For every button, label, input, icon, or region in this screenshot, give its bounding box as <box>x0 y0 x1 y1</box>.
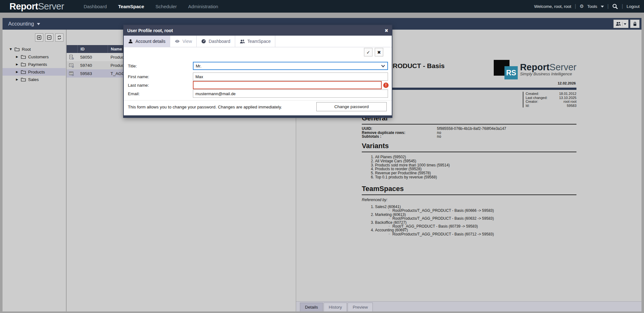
tree-node-customers[interactable]: ▶ Customers <box>3 53 66 61</box>
collapse-all-button[interactable] <box>45 33 53 42</box>
dialog-titlebar[interactable]: User Profile root, root ✖ <box>124 25 392 36</box>
teamspace-ref: Root/Products/T_AGG_PRODUCT - Basis (606… <box>392 217 494 220</box>
kv-label: UUID: <box>362 127 437 131</box>
teamspace-selector[interactable]: Accounting <box>8 21 40 27</box>
divider <box>622 22 623 26</box>
expand-all-button[interactable] <box>35 33 43 42</box>
tree-toolbar <box>35 33 63 42</box>
title-select[interactable]: Mr. <box>193 62 388 70</box>
nav-item-administration[interactable]: Administration <box>188 4 218 9</box>
divider: | <box>622 3 623 9</box>
email-field[interactable] <box>193 90 388 98</box>
app-logo: ReportServer <box>9 1 64 12</box>
teamspace-header-buttons <box>613 20 640 28</box>
folder-icon <box>15 47 20 51</box>
variant-item: Top 0.1 products by revenue (59568) <box>375 175 576 179</box>
top-navbar: ReportServer Dashboard TeamSpace Schedul… <box>0 0 644 13</box>
report-info-box: Created:18.01.2012 Last changed:13.10.20… <box>523 92 576 107</box>
tree-collapsed-icon[interactable]: ▶ <box>15 78 20 81</box>
nav-item-scheduler[interactable]: Scheduler <box>156 4 177 9</box>
user-icon <box>128 39 133 44</box>
dashboard-icon <box>201 39 206 44</box>
tab-preview[interactable]: Preview <box>348 303 373 311</box>
folder-icon <box>21 62 26 67</box>
navbar-right: Welcome, root, root | ⚙ Tools | | Logout <box>534 3 640 9</box>
user-profile-dialog: User Profile root, root ✖ Account detail… <box>123 25 392 118</box>
dialog-tabbar: Account details View Dashboard <box>124 36 392 47</box>
teamspace-ref-item: Sales2 (60641) ◦Root/Products/T_AGG_PROD… <box>375 205 576 213</box>
logout-link[interactable]: Logout <box>627 4 640 9</box>
tree-expanded-icon[interactable]: ▼ <box>8 48 13 51</box>
info-value: 18.01.2012 <box>559 92 576 96</box>
apply-button[interactable]: ✓ <box>364 48 373 56</box>
teamspace-ref-item: Accounting (60697) ◦Root/Products/T_AGG_… <box>375 228 576 236</box>
cell-id: 59583 <box>77 71 108 76</box>
tree-node-label: Root <box>22 47 31 52</box>
tab-label: TeamSpace <box>247 39 271 44</box>
first-name-field[interactable] <box>193 72 388 81</box>
tree-node-products[interactable]: ▶ Products <box>3 68 66 76</box>
chevron-down-icon[interactable] <box>601 6 604 9</box>
info-label: Created: <box>526 92 539 96</box>
lock-icon <box>632 21 637 26</box>
catalog-tree: ▼ Root ▶ Customers ▶ Payments ▶ Prod <box>3 45 66 83</box>
change-password-button[interactable]: Change password <box>316 102 387 111</box>
tab-history[interactable]: History <box>324 303 347 311</box>
id-column-header[interactable]: ID <box>77 45 108 53</box>
logo-text: ReportServer Simply Business Intelligenc… <box>520 62 576 76</box>
catalog-tree-panel: ▼ Root ▶ Customers ▶ Payments ▶ Prod <box>3 30 66 311</box>
folder-icon <box>21 70 26 74</box>
title-select-value: Mr. <box>196 64 201 68</box>
close-icon[interactable]: ✖ <box>385 28 388 33</box>
section-general: General UUID:5f985558-076b-4b1b-8af2-768… <box>362 114 576 139</box>
tab-dashboard[interactable]: Dashboard <box>197 36 235 47</box>
tab-label: Account details <box>135 39 165 44</box>
tree-node-payments[interactable]: ▶ Payments <box>3 61 66 68</box>
logo-tagline: Simply Business Intelligence <box>520 72 576 76</box>
collapse-all-icon <box>47 35 52 40</box>
tree-collapsed-icon[interactable]: ▶ <box>15 55 20 58</box>
tab-details[interactable]: Details <box>300 303 323 311</box>
tree-node-sales[interactable]: ▶ Sales <box>3 76 66 83</box>
tree-node-label: Sales <box>28 77 39 82</box>
nav-item-teamspace[interactable]: TeamSpace <box>118 4 144 9</box>
cancel-button[interactable]: ✖ <box>375 48 383 56</box>
chevron-down-icon <box>624 23 626 26</box>
section-heading: General <box>362 114 576 125</box>
tools-menu[interactable]: Tools <box>587 4 597 9</box>
folder-icon <box>21 55 26 59</box>
permissions-button[interactable] <box>630 20 640 28</box>
report-document: T_AGG_PRODUCT - Basis RS ReportServer Si… <box>362 30 576 301</box>
kv-value: no <box>437 135 441 139</box>
gear-icon: ⚙ <box>580 3 584 9</box>
reportserver-logo: RS ReportServer Simply Business Intellig… <box>494 60 576 79</box>
logo-light: Server <box>38 1 64 11</box>
info-label: Id: <box>526 104 529 108</box>
nav-item-dashboard[interactable]: Dashboard <box>84 4 107 9</box>
first-name-label: First name: <box>128 74 193 79</box>
tab-account-details[interactable]: Account details <box>124 36 170 47</box>
last-name-field[interactable] <box>193 81 382 89</box>
info-label: Last changed: <box>526 96 547 100</box>
report-date: 12.02.2026 <box>558 81 576 85</box>
logo-rs-square: RS <box>504 66 518 79</box>
logo-name-light: Server <box>550 62 576 72</box>
search-icon[interactable] <box>612 3 618 9</box>
tab-view[interactable]: View <box>170 36 197 47</box>
info-label: Creator: <box>526 100 538 104</box>
circle-bullet-icon: ◦ <box>388 232 390 236</box>
tree-collapsed-icon[interactable]: ▶ <box>15 70 20 73</box>
kv-value: 5f985558-076b-4b1b-8af2-768f04e3a147 <box>437 127 506 131</box>
users-icon <box>616 21 621 26</box>
tree-node-root[interactable]: ▼ Root <box>3 45 66 53</box>
logo-bold: Report <box>9 1 38 11</box>
folder-icon <box>21 77 26 82</box>
tab-teamspace[interactable]: TeamSpace <box>235 36 276 47</box>
welcome-text: Welcome, root, root <box>534 4 571 9</box>
cell-id: 59740 <box>77 63 108 68</box>
refresh-button[interactable] <box>55 33 63 42</box>
tree-collapsed-icon[interactable]: ▶ <box>15 63 20 66</box>
dynamic-list-icon <box>69 63 74 68</box>
users-icon <box>240 39 245 44</box>
members-button[interactable] <box>613 20 629 28</box>
